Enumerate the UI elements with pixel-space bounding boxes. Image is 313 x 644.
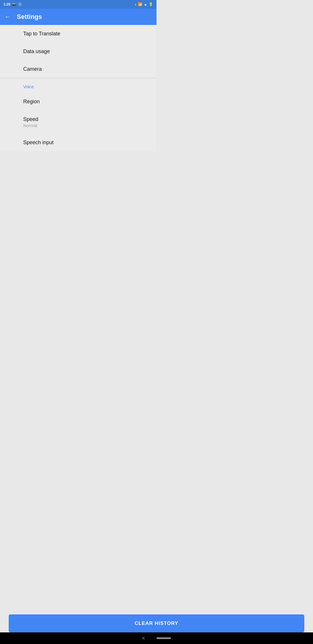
speed-sublabel: Normal — [23, 123, 151, 128]
voice-section-header: Voice — [0, 78, 156, 93]
region-label: Region — [23, 99, 40, 104]
settings-item-data-usage[interactable]: Data usage — [0, 43, 156, 60]
status-right: ⫰ 📶 ▲ 🔋 — [135, 2, 153, 6]
camera-label: Camera — [23, 66, 42, 72]
battery-icon: 🔋 — [149, 2, 153, 6]
page-title: Settings — [17, 13, 42, 21]
at-icon: Ⓐ — [18, 2, 22, 7]
wifi-icon: 📶 — [138, 2, 142, 6]
settings-item-camera[interactable]: Camera — [0, 60, 156, 78]
status-left: 1:20 📷 Ⓐ — [3, 2, 22, 7]
settings-item-speech-input[interactable]: Speech input — [0, 134, 156, 151]
settings-item-speed[interactable]: Speed Normal — [0, 111, 156, 134]
tap-to-translate-label: Tap to Translate — [23, 31, 60, 37]
voice-header-label: Voice — [23, 84, 34, 89]
toolbar: ← Settings — [0, 9, 156, 25]
status-time: 1:20 — [3, 2, 10, 6]
data-usage-label: Data usage — [23, 48, 50, 54]
status-bar: 1:20 📷 Ⓐ ⫰ 📶 ▲ 🔋 — [0, 0, 156, 9]
vibrate-icon: ⫰ — [135, 2, 137, 6]
settings-item-region[interactable]: Region — [0, 93, 156, 111]
speed-label: Speed — [23, 116, 38, 122]
signal-icon: ▲ — [144, 2, 147, 6]
settings-item-tap-to-translate[interactable]: Tap to Translate — [0, 25, 156, 43]
back-button[interactable]: ← — [5, 13, 11, 21]
speech-input-label: Speech input — [23, 140, 54, 145]
settings-content: Tap to Translate Data usage Camera Voice… — [0, 25, 156, 151]
calendar-icon: 📷 — [12, 2, 17, 6]
